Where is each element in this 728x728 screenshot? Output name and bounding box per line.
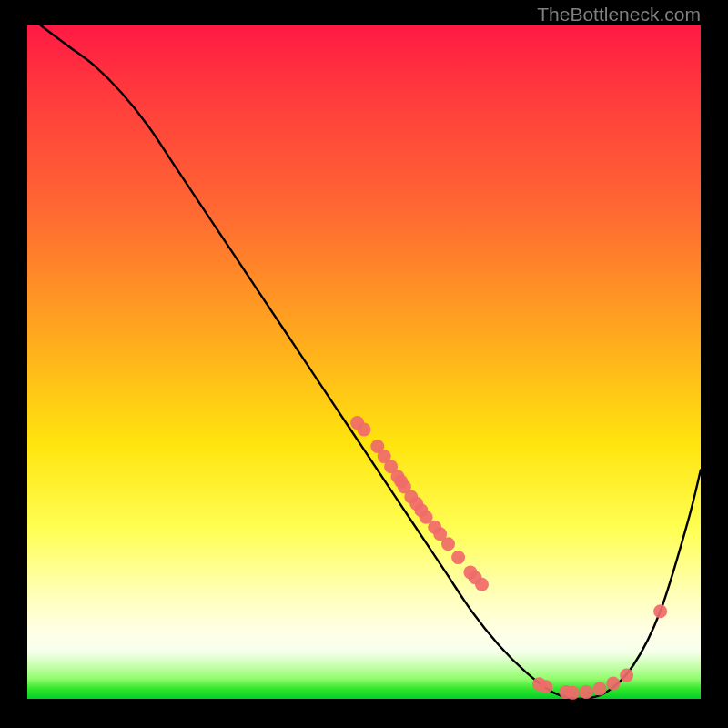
scatter-dot — [653, 604, 667, 618]
scatter-dot — [606, 676, 620, 690]
chart-overlay-svg — [0, 0, 728, 728]
scatter-dot — [441, 537, 455, 551]
scatter-dot — [358, 423, 371, 437]
scatter-dot — [451, 551, 465, 564]
scatter-dot — [539, 680, 552, 693]
scatter-dot — [566, 686, 580, 700]
bottleneck-curve — [41, 25, 701, 699]
scatter-dot — [475, 578, 489, 592]
attribution-text: TheBottleneck.com — [537, 4, 701, 25]
scatter-dot — [593, 682, 607, 695]
scatter-dot — [620, 669, 633, 682]
chart-frame: TheBottleneck.com — [0, 0, 728, 728]
scatter-dot — [580, 685, 593, 699]
curve-layer — [41, 25, 701, 699]
